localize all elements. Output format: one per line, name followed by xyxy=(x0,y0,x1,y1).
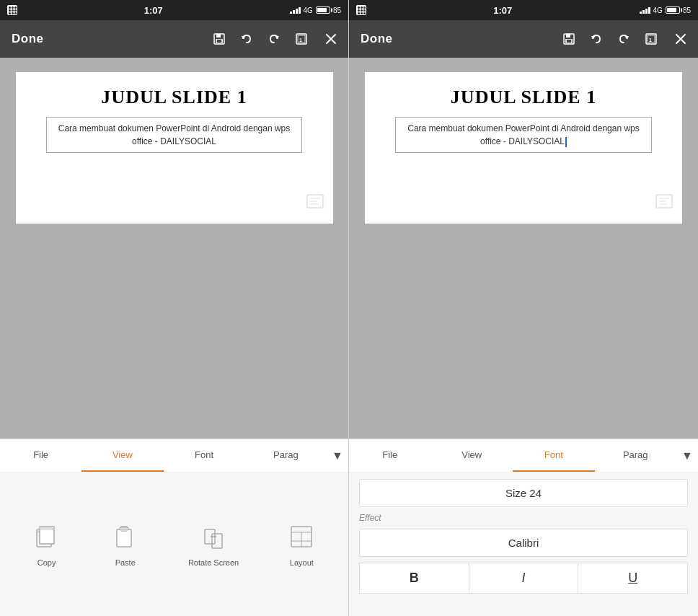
right-tab-view[interactable]: View xyxy=(431,439,513,472)
left-subtitle-line1: Cara membuat dokumen PowerPoint di Andro… xyxy=(58,123,291,133)
right-status-left xyxy=(356,5,366,15)
right-subtitle-line2: office - DAILYSOCIAL xyxy=(480,136,565,146)
left-tab-font[interactable]: Font xyxy=(164,439,245,472)
left-slide-title: JUDUL SLIDE 1 xyxy=(101,87,247,108)
svg-rect-17 xyxy=(117,529,131,547)
close-icon-right xyxy=(675,33,686,45)
right-signal xyxy=(640,7,650,14)
left-status-bar: 1:07 4G 85 xyxy=(0,0,348,20)
svg-rect-31 xyxy=(567,40,571,43)
right-tab-file[interactable]: File xyxy=(349,439,431,472)
right-close-button[interactable] xyxy=(671,30,691,48)
left-signal xyxy=(290,7,301,14)
svg-rect-10 xyxy=(310,198,320,199)
bold-button[interactable]: B xyxy=(359,563,469,594)
right-phone-panel: 1:07 4G 85 Done xyxy=(349,0,698,616)
left-subtitle-line2: office - DAILYSOCIAL xyxy=(132,136,216,146)
italic-button[interactable]: I xyxy=(469,563,579,594)
bb-icon-right xyxy=(356,5,366,15)
bb-icon-left xyxy=(7,5,17,15)
underline-button[interactable]: U xyxy=(578,563,688,594)
svg-rect-20 xyxy=(120,527,128,530)
right-slide-title: JUDUL SLIDE 1 xyxy=(451,87,596,108)
left-close-button[interactable] xyxy=(321,30,341,48)
right-tab-bar: File View Font Parag ▼ xyxy=(349,439,698,472)
left-pages-button[interactable]: 1 xyxy=(291,30,315,48)
svg-rect-1 xyxy=(216,34,221,38)
layout-label: Layout xyxy=(290,558,314,567)
right-tab-para[interactable]: Parag xyxy=(595,439,677,472)
svg-rect-38 xyxy=(659,198,669,199)
svg-text:1: 1 xyxy=(649,38,652,43)
left-layout-item[interactable]: Layout xyxy=(286,521,317,567)
left-paste-item[interactable]: Paste xyxy=(110,521,141,567)
right-tab-dropdown[interactable]: ▼ xyxy=(676,439,698,472)
rotate-icon xyxy=(198,521,229,553)
left-tab-dropdown[interactable]: ▼ xyxy=(327,439,348,472)
left-time: 1:07 xyxy=(144,5,163,16)
right-battery-pct: 85 xyxy=(683,6,691,14)
left-tab-bar: File View Font Parag ▼ xyxy=(0,439,348,472)
redo-icon-right xyxy=(617,32,630,45)
paste-icon xyxy=(110,521,141,553)
undo-icon xyxy=(240,32,253,45)
close-icon-left xyxy=(325,33,337,45)
right-toolbar: Done 1 xyxy=(349,20,698,58)
svg-rect-40 xyxy=(659,203,668,205)
left-slide-subtitle: Cara membuat dokumen PowerPoint di Andro… xyxy=(46,117,303,153)
right-status-bar: 1:07 4G 85 xyxy=(349,0,698,20)
svg-rect-29 xyxy=(566,34,570,38)
svg-rect-3 xyxy=(217,40,221,43)
left-tab-para[interactable]: Parag xyxy=(245,439,327,472)
save-icon xyxy=(213,32,226,45)
right-subtitle-line1: Cara membuat dokumen PowerPoint di Andro… xyxy=(407,123,640,133)
left-redo-button[interactable] xyxy=(263,30,285,48)
right-pages-button[interactable]: 1 xyxy=(640,30,665,48)
left-tab-file[interactable]: File xyxy=(0,439,81,472)
left-slide-area: JUDUL SLIDE 1 Cara membuat dokumen Power… xyxy=(0,58,348,439)
font-name-button[interactable]: Calibri xyxy=(359,529,688,557)
right-save-button[interactable] xyxy=(558,30,580,48)
right-tab-font[interactable]: Font xyxy=(513,439,595,472)
right-slide-area: JUDUL SLIDE 1 Cara membuat dokumen Power… xyxy=(349,58,698,439)
left-slide-icon xyxy=(306,192,327,218)
left-rotate-item[interactable]: Rotate Screen xyxy=(188,521,239,567)
right-bottom-panel: Size 24 Effect Calibri B I U xyxy=(349,472,698,616)
svg-rect-39 xyxy=(659,201,666,202)
right-status-right: 4G 85 xyxy=(640,6,691,14)
right-time: 1:07 xyxy=(493,5,512,16)
left-slide: JUDUL SLIDE 1 Cara membuat dokumen Power… xyxy=(16,72,333,224)
undo-icon-right xyxy=(590,32,603,45)
left-undo-button[interactable] xyxy=(236,30,257,48)
pages-icon-right: 1 xyxy=(645,32,661,45)
svg-rect-16 xyxy=(40,527,54,529)
right-undo-button[interactable] xyxy=(586,30,607,48)
left-save-button[interactable] xyxy=(208,30,230,48)
redo-icon xyxy=(268,32,280,45)
svg-rect-12 xyxy=(310,203,319,205)
svg-rect-11 xyxy=(310,201,317,202)
left-toolbar: Done 1 xyxy=(0,20,348,58)
right-slide-subtitle: Cara membuat dokumen PowerPoint di Andro… xyxy=(395,117,652,153)
left-done-button[interactable]: Done xyxy=(7,29,48,49)
bb-dots-right xyxy=(358,6,366,14)
right-font-panel: Size 24 Effect Calibri B I U xyxy=(349,472,698,616)
right-done-button[interactable]: Done xyxy=(356,29,397,49)
text-cursor xyxy=(565,137,567,147)
font-size-button[interactable]: Size 24 xyxy=(359,479,688,507)
left-battery-pct: 85 xyxy=(333,6,341,14)
pages-icon: 1 xyxy=(295,32,311,45)
right-slide-icon xyxy=(655,192,676,218)
left-status-right: 4G 85 xyxy=(290,6,341,14)
right-battery xyxy=(666,6,680,14)
copy-icon xyxy=(31,521,63,553)
left-tab-view[interactable]: View xyxy=(81,439,163,472)
right-redo-button[interactable] xyxy=(613,30,635,48)
effect-label: Effect xyxy=(359,513,688,523)
left-copy-item[interactable]: Copy xyxy=(31,521,63,567)
copy-label: Copy xyxy=(37,558,56,567)
left-phone-panel: 1:07 4G 85 Done xyxy=(0,0,349,616)
right-slide: JUDUL SLIDE 1 Cara membuat dokumen Power… xyxy=(365,72,682,224)
left-status-left xyxy=(7,5,17,15)
right-network: 4G xyxy=(653,6,663,14)
